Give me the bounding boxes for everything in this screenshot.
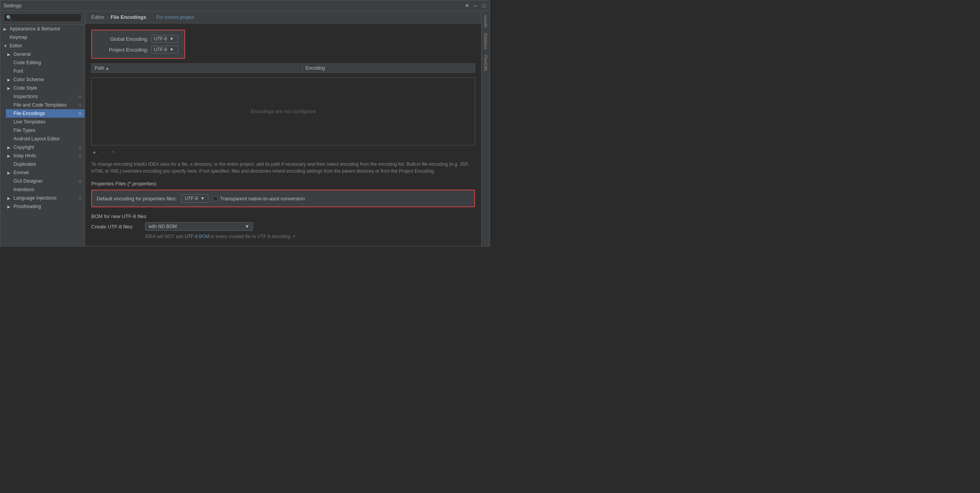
copy-icon-inspections: ⧉ bbox=[79, 94, 82, 99]
tree-node-appearance-label[interactable]: ▶ Appearance & Behavior bbox=[0, 25, 85, 33]
project-encoding-label: Project Encoding: bbox=[98, 47, 148, 53]
title-bar: Settings ✕ ─ □ bbox=[0, 0, 490, 11]
breadcrumb-current: File Encodings bbox=[110, 14, 146, 20]
bom-note: IDEA will NOT add UTF-8 BOM to every cre… bbox=[145, 234, 475, 239]
settings-header: Editor › File Encodings For current proj… bbox=[85, 11, 481, 23]
default-encoding-select[interactable]: UTF-8 ▼ bbox=[181, 194, 208, 203]
dropdown-arrow-bom: ▼ bbox=[245, 224, 249, 229]
create-utf8-value: with NO BOM bbox=[149, 224, 177, 229]
maximize-button[interactable]: □ bbox=[481, 3, 487, 8]
breadcrumb-parent: Editor bbox=[91, 14, 104, 20]
tree-node-duplicates-text: Duplicates bbox=[13, 162, 36, 167]
empty-message-text: Encodings are not configured bbox=[251, 108, 316, 114]
tree-node-duplicates[interactable]: Duplicates bbox=[6, 160, 85, 168]
tree-node-code-style[interactable]: ▶ Code Style bbox=[6, 84, 85, 92]
tree-node-color-scheme[interactable]: ▶ Color Scheme bbox=[6, 75, 85, 84]
tree-node-intentions[interactable]: Intentions bbox=[6, 185, 85, 194]
main-layout: ▶ Appearance & Behavior Keymap ▼ Editor … bbox=[0, 11, 490, 246]
tree-node-code-style-text: Code Style bbox=[13, 85, 37, 91]
copy-icon-fct: ⧉ bbox=[79, 103, 82, 108]
tree-node-file-encodings-text: File Encodings bbox=[13, 111, 45, 116]
transparent-checkbox-row: Transparent native-to-ascii conversion bbox=[213, 196, 305, 202]
chevron-right-icon-general: ▶ bbox=[7, 52, 12, 57]
copy-icon-li: ⧉ bbox=[79, 196, 82, 201]
tree-node-editor-label[interactable]: ▼ Editor bbox=[0, 42, 85, 50]
tree-node-inlay-hints-text: Inlay Hints bbox=[13, 153, 36, 158]
settings-content: Editor › File Encodings For current proj… bbox=[85, 11, 481, 246]
editor-children: ▶ General Code Editing Font ▶ Color Sche… bbox=[0, 50, 85, 211]
table-empty-message: Encodings are not configured bbox=[91, 77, 475, 145]
tree-node-inspections-text: Inspections bbox=[13, 94, 38, 99]
transparent-checkbox[interactable] bbox=[213, 196, 218, 201]
content-body: Global Encoding: UTF-8 ▼ Project Encodin… bbox=[85, 23, 481, 246]
tree-node-file-code-templates[interactable]: File and Code Templates ⧉ bbox=[6, 101, 85, 109]
remove-button[interactable]: − bbox=[100, 148, 107, 156]
tree-node-inlay-hints[interactable]: ▶ Inlay Hints ⧉ bbox=[6, 152, 85, 160]
copy-icon-ih: ⧉ bbox=[79, 153, 82, 158]
properties-box: Default encoding for properties files: U… bbox=[91, 190, 475, 207]
path-encoding-table: Path Encoding bbox=[91, 63, 475, 73]
global-encoding-select[interactable]: UTF-8 ▼ bbox=[151, 35, 178, 43]
window-controls: ✕ ─ □ bbox=[464, 3, 487, 8]
copy-icon-gui: ⧉ bbox=[79, 179, 82, 184]
tree-node-gui-designer-text: GUI Designer bbox=[13, 178, 43, 184]
tree-node-live-templates[interactable]: Live Templates bbox=[6, 118, 85, 126]
copy-icon-copyright: ⧉ bbox=[79, 145, 82, 150]
tree-node-lang-injections[interactable]: ▶ Language Injections ⧉ bbox=[6, 194, 85, 202]
project-encoding-value: UTF-8 bbox=[154, 47, 167, 52]
tree-node-file-code-templates-text: File and Code Templates bbox=[13, 102, 67, 108]
tree-node-inspections[interactable]: Inspections ⧉ bbox=[6, 92, 85, 101]
minimize-button[interactable]: ─ bbox=[473, 3, 478, 8]
col-path-label: Path bbox=[95, 65, 104, 71]
project-encoding-select[interactable]: UTF-8 ▼ bbox=[151, 46, 178, 53]
chevron-right-icon-proof: ▶ bbox=[7, 205, 12, 209]
breadcrumb-separator: › bbox=[107, 14, 108, 20]
bom-note-suffix: to every created file in UTF-8 encoding … bbox=[211, 234, 296, 239]
tree-node-editor: ▼ Editor ▶ General Code Editing Font bbox=[0, 42, 85, 211]
search-input[interactable] bbox=[3, 13, 82, 22]
tree-node-keymap: Keymap bbox=[0, 33, 85, 42]
add-button[interactable]: + bbox=[91, 148, 97, 156]
tree-node-font[interactable]: Font bbox=[6, 67, 85, 75]
dropdown-arrow-global: ▼ bbox=[169, 36, 174, 42]
search-container bbox=[0, 11, 85, 25]
create-utf8-select[interactable]: with NO BOM ▼ bbox=[145, 222, 253, 231]
right-panels: classlib Database PlantUML bbox=[481, 11, 490, 246]
bom-section: BOM for new UTF-8 files Create UTF-8 fil… bbox=[91, 213, 475, 239]
tree-node-android-layout-text: Android Layout Editor bbox=[13, 136, 60, 142]
toolbar-row: + − ✎ bbox=[91, 148, 475, 156]
tree-node-android-layout[interactable]: Android Layout Editor bbox=[6, 135, 85, 143]
bom-note-link[interactable]: UTF-8 BOM bbox=[184, 234, 209, 239]
tree-node-appearance: ▶ Appearance & Behavior bbox=[0, 25, 85, 33]
tree-node-code-editing-text: Code Editing bbox=[13, 60, 41, 65]
right-panel-database[interactable]: Database bbox=[483, 31, 488, 52]
chevron-right-icon-cst: ▶ bbox=[7, 86, 12, 90]
tree-node-keymap-text: Keymap bbox=[10, 35, 27, 40]
right-panel-plantuml[interactable]: PlantUML bbox=[483, 53, 488, 74]
close-button[interactable]: ✕ bbox=[464, 3, 470, 8]
tree-node-appearance-text: Appearance & Behavior bbox=[10, 26, 60, 32]
tree-node-proofreading[interactable]: ▶ Proofreading bbox=[6, 202, 85, 211]
chevron-down-icon: ▼ bbox=[3, 44, 8, 48]
tree-node-keymap-label[interactable]: Keymap bbox=[0, 33, 85, 42]
tree-node-copyright-text: Copyright bbox=[13, 145, 34, 150]
col-path[interactable]: Path bbox=[92, 64, 303, 73]
col-encoding: Encoding bbox=[302, 64, 475, 73]
tree-node-copyright[interactable]: ▶ Copyright ⧉ bbox=[6, 143, 85, 152]
tree-node-general[interactable]: ▶ General bbox=[6, 50, 85, 58]
dropdown-arrow-project: ▼ bbox=[169, 47, 174, 52]
tree-node-file-types[interactable]: File Types bbox=[6, 126, 85, 135]
right-panel-classlib[interactable]: classlib bbox=[483, 13, 488, 30]
settings-window: Settings ✕ ─ □ ▶ Appearance & Behavior bbox=[0, 0, 490, 246]
encoding-box: Global Encoding: UTF-8 ▼ Project Encodin… bbox=[91, 30, 185, 59]
tree-node-gui-designer[interactable]: GUI Designer ⧉ bbox=[6, 177, 85, 185]
global-encoding-label: Global Encoding: bbox=[98, 36, 148, 42]
tree-node-emmet[interactable]: ▶ Emmet bbox=[6, 168, 85, 177]
tree-node-color-scheme-text: Color Scheme bbox=[13, 77, 44, 82]
edit-button[interactable]: ✎ bbox=[110, 148, 117, 156]
tree-node-code-editing[interactable]: Code Editing bbox=[6, 58, 85, 67]
col-encoding-label: Encoding bbox=[306, 65, 325, 71]
tree-node-file-encodings[interactable]: File Encodings ⧉ bbox=[6, 109, 85, 118]
properties-section-title: Properties Files (*.properties) bbox=[91, 181, 475, 187]
for-project-link[interactable]: For current project bbox=[156, 15, 194, 20]
